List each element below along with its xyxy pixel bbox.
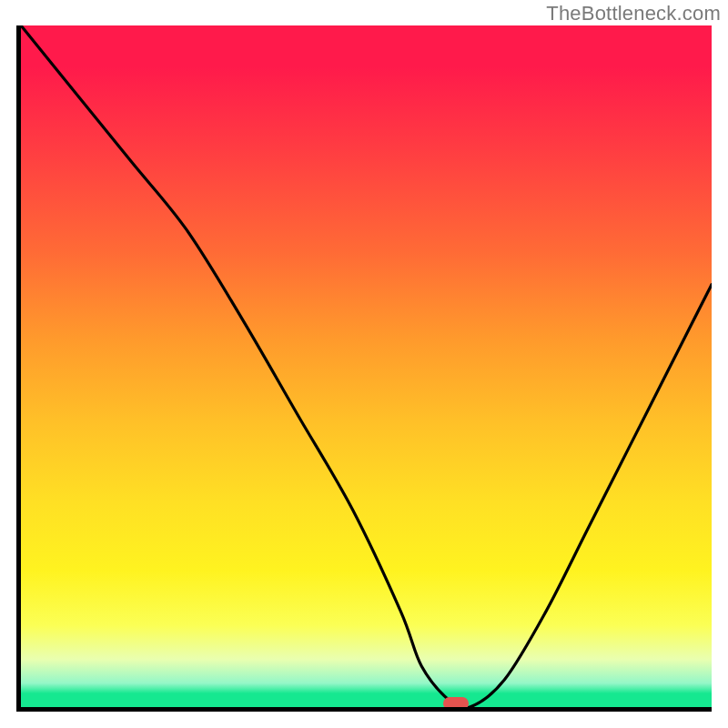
bottleneck-curve [21, 25, 712, 707]
optimal-marker [443, 697, 469, 708]
chart-frame [16, 25, 712, 712]
plot-area [21, 25, 712, 707]
watermark-text: TheBottleneck.com [546, 2, 721, 25]
chart-container: TheBottleneck.com [0, 0, 728, 728]
